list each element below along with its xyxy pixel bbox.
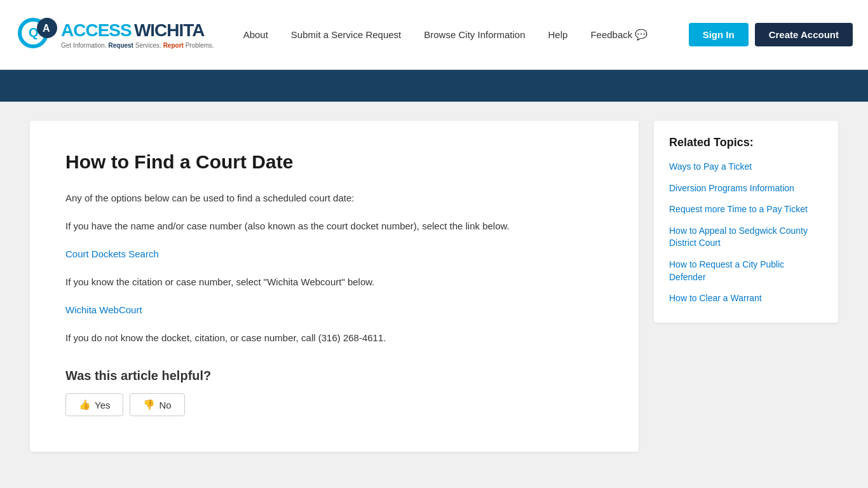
article-para-4: If you do not know the docket, citation,… [65, 330, 603, 346]
logo-brand: ACCESS WICHITA [61, 20, 214, 41]
feedback-label: Feedback [590, 29, 632, 40]
nav-browse[interactable]: Browse City Information [415, 24, 534, 45]
feedback-icon: 💬 [635, 29, 648, 41]
article-para-1: Any of the options below can be used to … [65, 191, 603, 206]
yes-label: Yes [95, 400, 110, 410]
blue-banner [0, 70, 868, 102]
related-topics-list: Ways to Pay a Ticket Diversion Programs … [669, 161, 823, 305]
related-topics-title: Related Topics: [669, 136, 823, 149]
thumbs-up-icon: 👍 [79, 399, 91, 410]
logo-top: Q A ACCESS WICHITA Get Information. Requ… [15, 17, 214, 53]
logo-text: ACCESS WICHITA Get Information. Request … [61, 20, 214, 49]
thumbs-down-icon: 👎 [143, 399, 155, 410]
webcourt-link[interactable]: Wichita WebCourt [65, 304, 142, 315]
nav-submit[interactable]: Submit a Service Request [282, 24, 410, 45]
logo-area: Q A ACCESS WICHITA Get Information. Requ… [15, 17, 214, 53]
main-nav: About Submit a Service Request Browse Ci… [234, 24, 689, 46]
main-content: How to Find a Court Date Any of the opti… [15, 102, 853, 471]
related-link-pay-ticket[interactable]: Ways to Pay a Ticket [669, 161, 752, 172]
list-item: Ways to Pay a Ticket [669, 161, 823, 173]
nav-help[interactable]: Help [539, 24, 577, 45]
article-title: How to Find a Court Date [65, 151, 603, 173]
no-button[interactable]: 👎 No [130, 393, 184, 416]
signin-button[interactable]: Sign In [689, 23, 749, 46]
related-link-appeal[interactable]: How to Appeal to Sedgwick County Distric… [669, 226, 808, 248]
sidebar: Related Topics: Ways to Pay a Ticket Div… [654, 121, 838, 323]
logo: Q A ACCESS WICHITA Get Information. Requ… [15, 17, 214, 53]
helpful-section: Was this article helpful? 👍 Yes 👎 No [65, 369, 603, 416]
list-item: How to Clear a Warrant [669, 292, 823, 305]
yes-button[interactable]: 👍 Yes [65, 393, 123, 416]
helpful-title: Was this article helpful? [65, 369, 603, 383]
list-item: Diversion Programs Information [669, 182, 823, 195]
site-header: Q A ACCESS WICHITA Get Information. Requ… [0, 0, 868, 70]
related-topics-card: Related Topics: Ways to Pay a Ticket Div… [654, 121, 838, 323]
article-card: How to Find a Court Date Any of the opti… [30, 121, 639, 452]
helpful-buttons: 👍 Yes 👎 No [65, 393, 603, 416]
no-label: No [159, 400, 171, 410]
svg-text:A: A [43, 23, 50, 34]
create-account-button[interactable]: Create Account [755, 23, 853, 46]
header-actions: Sign In Create Account [689, 23, 853, 46]
related-link-diversion[interactable]: Diversion Programs Information [669, 183, 794, 193]
logo-icon: Q A [15, 17, 58, 53]
article-para-2: If you have the name and/or case number … [65, 219, 603, 234]
list-item: Request more Time to a Pay Ticket [669, 203, 823, 216]
related-link-public-defender[interactable]: How to Request a City Public Defender [669, 259, 784, 282]
list-item: How to Request a City Public Defender [669, 259, 823, 283]
court-dockets-link[interactable]: Court Dockets Search [65, 248, 159, 259]
related-link-request-time[interactable]: Request more Time to a Pay Ticket [669, 204, 808, 214]
article-body: Any of the options below can be used to … [65, 191, 603, 346]
nav-feedback[interactable]: Feedback 💬 [581, 24, 656, 46]
nav-about[interactable]: About [234, 24, 277, 45]
related-link-clear-warrant[interactable]: How to Clear a Warrant [669, 293, 762, 303]
list-item: How to Appeal to Sedgwick County Distric… [669, 225, 823, 250]
article-para-3: If you know the citation or case number,… [65, 274, 603, 290]
logo-tagline: Get Information. Request Services. Repor… [61, 42, 214, 49]
